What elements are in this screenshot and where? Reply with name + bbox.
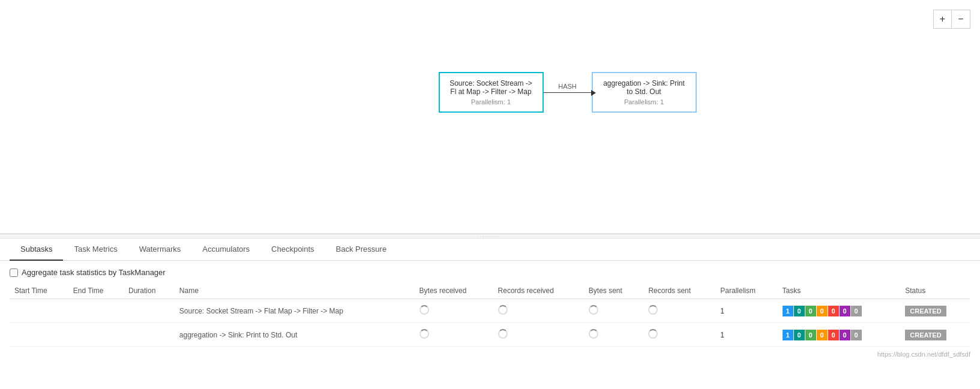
- table-row: Source: Socket Stream -> Flat Map -> Fil…: [10, 299, 970, 323]
- name-cell: aggregation -> Sink: Print to Std. Out: [175, 323, 415, 347]
- duration-cell: [124, 299, 175, 323]
- task-badge-2: 0: [805, 306, 816, 316]
- task-badge-4: 0: [828, 330, 839, 340]
- footer-url-text: https://blog.csdn.net/dfdf_sdfsdf: [877, 351, 970, 358]
- bytes-received-spinner: [419, 329, 429, 339]
- col-bytes-sent: Bytes sent: [584, 283, 644, 299]
- aggregate-checkbox[interactable]: [10, 269, 18, 277]
- task-badge-5: 0: [840, 306, 850, 316]
- flow-node-source[interactable]: Source: Socket Stream -> Fl at Map -> Fi…: [439, 72, 544, 113]
- flow-arrow-wrapper: HASH: [544, 92, 592, 93]
- records-received-cell: [493, 323, 584, 347]
- records-sent-spinner: [648, 329, 658, 339]
- status-cell: CREATED: [900, 299, 970, 323]
- tab-checkpoints[interactable]: Checkpoints: [260, 239, 325, 261]
- task-badges: 1000000: [783, 330, 896, 340]
- status-badge: CREATED: [905, 330, 946, 340]
- parallelism-cell: 1: [715, 299, 777, 323]
- tabs-list: Subtasks Task Metrics Watermarks Accumul…: [10, 239, 970, 260]
- records-sent-spinner: [648, 305, 658, 315]
- tabs-container: Subtasks Task Metrics Watermarks Accumul…: [0, 239, 980, 261]
- col-duration: Duration: [124, 283, 175, 299]
- bytes-sent-spinner: [589, 305, 598, 315]
- end-time-cell: [68, 323, 124, 347]
- diagram-canvas: + − Source: Socket Stream -> Fl at Map -…: [0, 0, 980, 234]
- task-badge-1: 0: [794, 330, 805, 340]
- col-parallelism: Parallelism: [715, 283, 777, 299]
- tab-back-pressure[interactable]: Back Pressure: [325, 239, 398, 261]
- col-bytes-received: Bytes received: [415, 283, 493, 299]
- col-end-time: End Time: [68, 283, 124, 299]
- col-records-sent: Records sent: [643, 283, 715, 299]
- col-tasks: Tasks: [778, 283, 901, 299]
- start-time-cell: [10, 299, 68, 323]
- bytes-received-cell: [415, 299, 493, 323]
- task-badge-0: 1: [783, 306, 793, 316]
- records-received-spinner: [498, 305, 508, 315]
- flow-diagram: Source: Socket Stream -> Fl at Map -> Fi…: [439, 72, 697, 113]
- tab-watermarks[interactable]: Watermarks: [128, 239, 192, 261]
- subtasks-table: Start Time End Time Duration Name Bytes …: [10, 283, 970, 347]
- bytes-sent-cell: [584, 299, 644, 323]
- source-node-title: Source: Socket Stream -> Fl at Map -> Fi…: [448, 79, 534, 96]
- col-start-time: Start Time: [10, 283, 68, 299]
- zoom-controls: + −: [933, 10, 970, 29]
- tasks-cell: 1000000: [778, 299, 901, 323]
- sink-node-parallelism: Parallelism: 1: [601, 98, 687, 105]
- resize-handle[interactable]: ··········: [0, 234, 980, 239]
- status-badge: CREATED: [905, 306, 946, 316]
- tab-accumulators[interactable]: Accumulators: [191, 239, 260, 261]
- status-cell: CREATED: [900, 323, 970, 347]
- task-badge-1: 0: [794, 306, 805, 316]
- sink-node-title: aggregation -> Sink: Print to Std. Out: [601, 79, 687, 96]
- tasks-cell: 1000000: [778, 323, 901, 347]
- task-badges: 1000000: [783, 306, 896, 316]
- task-badge-4: 0: [828, 306, 839, 316]
- bytes-received-spinner: [419, 305, 429, 315]
- task-badge-6: 0: [851, 306, 862, 316]
- zoom-in-button[interactable]: +: [934, 10, 952, 28]
- records-received-cell: [493, 299, 584, 323]
- footer-url: https://blog.csdn.net/dfdf_sdfsdf: [0, 347, 980, 361]
- records-sent-cell: [643, 299, 715, 323]
- tab-task-metrics[interactable]: Task Metrics: [63, 239, 128, 261]
- task-badge-3: 0: [817, 306, 828, 316]
- source-node-parallelism: Parallelism: 1: [448, 98, 534, 105]
- task-badge-6: 0: [851, 330, 862, 340]
- parallelism-cell: 1: [715, 323, 777, 347]
- col-records-received: Records received: [493, 283, 584, 299]
- start-time-cell: [10, 323, 68, 347]
- tab-subtasks[interactable]: Subtasks: [10, 239, 63, 261]
- task-badge-2: 0: [805, 330, 816, 340]
- duration-cell: [124, 323, 175, 347]
- zoom-out-button[interactable]: −: [952, 10, 970, 28]
- name-cell: Source: Socket Stream -> Flat Map -> Fil…: [175, 299, 415, 323]
- bytes-received-cell: [415, 323, 493, 347]
- content-area: Aggregate task statistics by TaskManager…: [0, 261, 980, 347]
- end-time-cell: [68, 299, 124, 323]
- bytes-sent-cell: [584, 323, 644, 347]
- aggregate-label: Aggregate task statistics by TaskManager: [22, 268, 166, 277]
- col-name: Name: [175, 283, 415, 299]
- records-received-spinner: [498, 329, 508, 339]
- arrow-hash-label: HASH: [558, 83, 577, 90]
- col-status: Status: [900, 283, 970, 299]
- table-row: aggregation -> Sink: Print to Std. Out11…: [10, 323, 970, 347]
- records-sent-cell: [643, 323, 715, 347]
- task-badge-5: 0: [840, 330, 850, 340]
- task-badge-0: 1: [783, 330, 793, 340]
- aggregate-row: Aggregate task statistics by TaskManager: [10, 268, 970, 277]
- bytes-sent-spinner: [589, 329, 598, 339]
- flow-node-sink[interactable]: aggregation -> Sink: Print to Std. Out P…: [592, 72, 697, 113]
- resize-dots: ··········: [477, 234, 502, 239]
- task-badge-3: 0: [817, 330, 828, 340]
